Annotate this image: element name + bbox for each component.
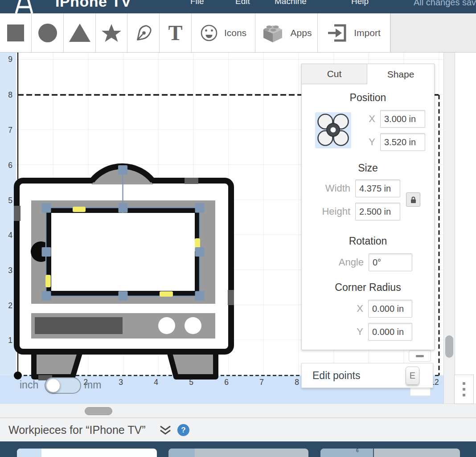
easel-logo-icon (13, 0, 35, 13)
triangle-tool-button[interactable] (64, 13, 96, 52)
vertical-scrollbar[interactable] (443, 53, 455, 404)
position-title: Position (302, 92, 434, 104)
triangle-icon (69, 24, 90, 42)
tab-cut[interactable]: Cut (302, 64, 367, 84)
ruler-bottom-label: 8 (295, 378, 299, 387)
workpiece-thumbnail-1[interactable] (17, 449, 157, 457)
horizontal-scrollbar-thumb[interactable] (85, 407, 112, 415)
lego-brick-icon (261, 23, 284, 43)
pen-icon (133, 23, 154, 43)
canvas-options-menu-button[interactable] (454, 375, 474, 404)
ruler-left-labels: 987654321 (8, 55, 12, 345)
handle-top-center[interactable] (119, 204, 128, 213)
tab-marker-left[interactable] (45, 275, 51, 287)
position-y-input[interactable] (380, 133, 425, 151)
lock-icon (410, 196, 417, 204)
ruler-left-label: 8 (8, 90, 12, 99)
rotation-title: Rotation (302, 235, 434, 247)
handle-top-left[interactable] (42, 204, 51, 213)
smiley-icon (200, 24, 218, 42)
ruler-left-label: 1 (8, 336, 12, 345)
workpiece-thumbnail-3[interactable]: 6 (320, 449, 460, 457)
shortcut-key-badge: E (406, 367, 419, 385)
tv-dial-right[interactable] (185, 317, 201, 334)
pen-tool-button[interactable] (127, 13, 160, 52)
unit-toggle-knob[interactable] (46, 379, 60, 392)
horizontal-scrollbar[interactable] (0, 404, 476, 418)
outline-tab-left[interactable] (14, 206, 21, 221)
top-menu-bar: IPhone TV File Edit Machine Help All cha… (0, 0, 476, 13)
ruler-left (0, 53, 16, 404)
tv-speaker-slot[interactable] (35, 317, 123, 334)
tv-dial-left[interactable] (158, 317, 175, 334)
thumbnail-ruler-column (168, 449, 195, 457)
rotation-handle[interactable] (118, 165, 127, 175)
ruler-left-label: 2 (8, 301, 12, 310)
ruler-left-label: 6 (8, 161, 12, 170)
handle-bottom-center[interactable] (119, 291, 128, 301)
ruler-bottom-label: 6 (224, 378, 229, 387)
corner-x-input[interactable] (368, 300, 412, 318)
ruler-bottom-label: 7 (259, 378, 264, 387)
project-title[interactable]: IPhone TV (55, 0, 131, 10)
handle-bottom-left[interactable] (42, 291, 51, 301)
workpieces-title: Workpieces for “IPhone TV” (8, 418, 146, 441)
width-input[interactable] (355, 180, 400, 197)
import-button[interactable]: Import (318, 13, 390, 52)
tv-left-foot[interactable] (34, 352, 80, 377)
outline-tab-right[interactable] (228, 290, 234, 305)
corner-y-label: Y (357, 326, 363, 338)
unit-toggle[interactable] (45, 377, 81, 394)
corner-y-input[interactable] (368, 323, 412, 341)
handle-mid-left[interactable] (42, 247, 51, 257)
height-label: Height (322, 206, 350, 217)
save-status: All changes saved (414, 0, 476, 8)
shape-properties-panel: Cut Shape Position X Y Size Width Height (301, 64, 435, 350)
star-tool-button[interactable] (96, 13, 127, 52)
handle-top-right[interactable] (195, 204, 205, 213)
angle-label: Angle (339, 257, 364, 268)
menu-machine[interactable]: Machine (275, 0, 307, 6)
unit-mm-label[interactable]: mm (84, 379, 101, 391)
toolbar-spacer (390, 13, 476, 52)
ruler-left-label: 7 (8, 126, 12, 135)
tab-shape[interactable]: Shape (367, 64, 434, 84)
apps-button[interactable]: Apps (255, 13, 318, 52)
collapse-chevrons-icon[interactable] (159, 425, 172, 435)
corner-radius-title: Corner Radius (302, 282, 434, 294)
circle-tool-button[interactable] (32, 13, 64, 52)
origin-dot (14, 371, 22, 379)
tv-right-foot[interactable] (169, 352, 216, 377)
panel-collapse-button[interactable] (409, 350, 431, 362)
handle-mid-right[interactable] (195, 247, 205, 257)
position-y-label: Y (369, 136, 375, 148)
position-x-input[interactable] (380, 110, 425, 128)
workpiece-thumbnail-2[interactable] (168, 449, 308, 457)
edit-points-bar[interactable]: Edit points E (301, 363, 433, 388)
ruler-left-label: 4 (8, 231, 12, 240)
icons-button[interactable]: Icons (192, 13, 255, 52)
outline-tab-top[interactable] (185, 178, 198, 184)
thumbnail-ruler-tick (373, 449, 374, 457)
height-input[interactable] (355, 203, 400, 220)
handle-bottom-right[interactable] (195, 291, 205, 301)
help-icon[interactable]: ? (177, 424, 189, 436)
menu-edit[interactable]: Edit (235, 0, 250, 6)
workpieces-bar: Workpieces for “IPhone TV” ? (0, 418, 476, 441)
ruler-left-label: 3 (8, 266, 12, 275)
menu-help[interactable]: Help (351, 0, 369, 6)
tab-marker-bottom[interactable] (160, 291, 173, 297)
vertical-scrollbar-thumb[interactable] (445, 335, 453, 358)
tab-marker-top[interactable] (73, 207, 86, 212)
screen-rect[interactable] (49, 211, 197, 294)
thumbnail-ruler-column (320, 449, 373, 457)
menu-file[interactable]: File (190, 0, 204, 6)
ruler-bottom-label: 5 (189, 378, 193, 387)
angle-input[interactable] (369, 253, 412, 271)
square-tool-button[interactable] (0, 13, 32, 52)
import-label: Import (354, 28, 381, 38)
aspect-lock-button[interactable] (406, 192, 420, 207)
unit-inch-label[interactable]: inch (20, 379, 38, 391)
text-tool-button[interactable]: T (160, 13, 192, 52)
workpiece-thumbnails-strip: 6 (0, 441, 476, 457)
